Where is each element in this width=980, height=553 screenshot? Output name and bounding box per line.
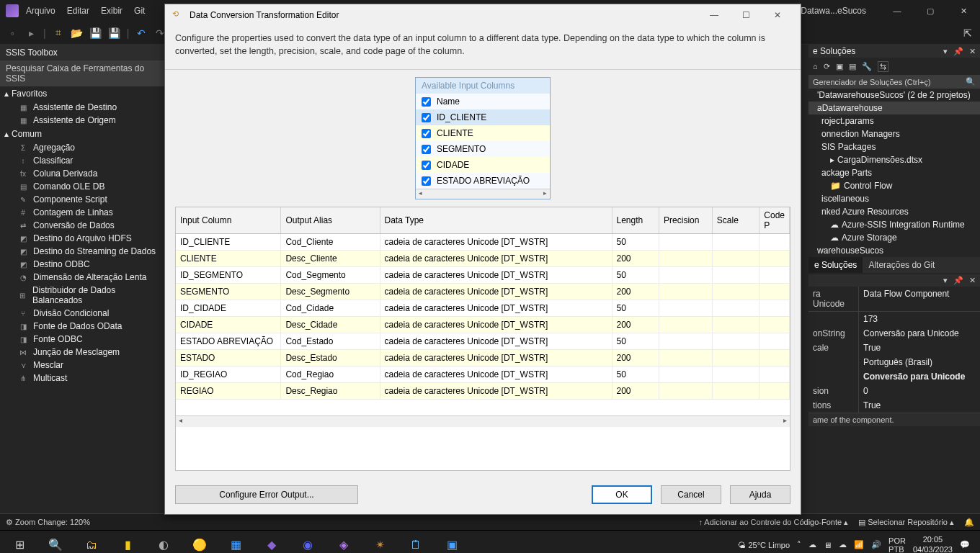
grid-cell[interactable]: cadeia de caracteres Unicode [DT_WSTR] xyxy=(380,333,612,350)
grid-cell[interactable]: 50 xyxy=(612,333,659,350)
showall-icon[interactable]: ▤ xyxy=(849,62,856,71)
grid-row[interactable]: REGIAODesc_Regiaocadeia de caracteres Un… xyxy=(176,383,790,400)
grid-cell[interactable] xyxy=(760,267,790,284)
hdr-alias[interactable]: Output Alias xyxy=(281,207,380,234)
min-icon[interactable]: ― xyxy=(881,0,914,22)
onedrive2-icon[interactable]: ☁ xyxy=(839,540,847,549)
tree-node[interactable]: ☁ Azure-SSIS Integration Runtime xyxy=(808,218,980,231)
grid-cell[interactable]: ID_SEGMENTO xyxy=(176,267,281,284)
nav-fwd-icon[interactable]: ▸ xyxy=(24,27,37,39)
grid-cell[interactable] xyxy=(712,284,759,300)
grid-cell[interactable]: ESTADO xyxy=(176,350,281,367)
app-icon[interactable]: ✴ xyxy=(363,531,396,554)
toolbox-search[interactable]: Pesquisar Caixa de Ferramentas do SSIS xyxy=(0,60,164,86)
grid-row[interactable]: ID_CLIENTECod_Clientecadeia de caractere… xyxy=(176,234,790,251)
toolbox-item[interactable]: ◩Destino ODBC xyxy=(0,258,164,271)
col-check[interactable] xyxy=(422,176,431,186)
hdr-scale[interactable]: Scale xyxy=(712,207,759,234)
tray-up-icon[interactable]: ˄ xyxy=(797,540,801,549)
grid-cell[interactable] xyxy=(712,234,759,251)
menu-view[interactable]: Exibir xyxy=(101,6,122,16)
hdr-length[interactable]: Length xyxy=(612,207,659,234)
save-all-icon[interactable]: 💾 xyxy=(108,27,121,39)
solution-search[interactable]: Gerenciador de Soluções (Ctrl+ç)🔍 xyxy=(808,75,980,89)
tab-solution[interactable]: e Soluções xyxy=(808,257,863,273)
props-icon[interactable]: 🔧 xyxy=(862,62,872,71)
lang-indicator[interactable]: PORPTB xyxy=(888,536,906,554)
grid-cell[interactable]: REGIAO xyxy=(176,383,281,400)
view-icon[interactable]: ⇆ xyxy=(878,61,888,72)
grid-cell[interactable] xyxy=(712,317,759,333)
grid-cell[interactable]: CIDADE xyxy=(176,317,281,333)
col-check[interactable] xyxy=(422,129,431,138)
grid-cell[interactable] xyxy=(659,300,713,317)
max-icon[interactable]: ▢ xyxy=(914,0,947,22)
tab-gitchanges[interactable]: Alterações do Git xyxy=(863,257,940,273)
tree-node[interactable]: roject.params xyxy=(808,114,980,127)
grid-cell[interactable]: Cod_Cliente xyxy=(281,234,380,251)
toolbox-item[interactable]: ↕Classificar xyxy=(0,154,164,167)
toolbox-item[interactable]: ⇄Conversão de Dados xyxy=(0,219,164,232)
toolbox-item[interactable]: ⋎Mesclar xyxy=(0,359,164,372)
toolbox-item[interactable]: ◨Fonte ODBC xyxy=(0,333,164,346)
grid-cell[interactable] xyxy=(760,350,790,367)
avail-scrollbar[interactable]: ◂▸ xyxy=(416,189,550,199)
checkall[interactable] xyxy=(422,97,431,107)
grid-row[interactable]: ESTADODesc_Estadocadeia de caracteres Un… xyxy=(176,350,790,367)
grid-cell[interactable]: CLIENTE xyxy=(176,251,281,267)
save-icon[interactable]: 💾 xyxy=(89,27,102,39)
grid-cell[interactable] xyxy=(712,251,759,267)
grid-cell[interactable]: cadeia de caracteres Unicode [DT_WSTR] xyxy=(380,317,612,333)
col-check[interactable] xyxy=(422,145,431,154)
grid-cell[interactable] xyxy=(659,267,713,284)
grid-row[interactable]: ESTADO ABREVIAÇÃOCod_Estadocadeia de car… xyxy=(176,333,790,350)
powerbi-icon[interactable]: ▮ xyxy=(111,531,144,554)
dialog-close-icon[interactable]: ✕ xyxy=(762,10,793,20)
toolbox-item[interactable]: ✎Componente Script xyxy=(0,193,164,206)
help-button[interactable]: Ajuda xyxy=(730,485,790,504)
grid-cell[interactable]: cadeia de caracteres Unicode [DT_WSTR] xyxy=(380,300,612,317)
grid-cell[interactable] xyxy=(712,300,759,317)
dropdown-icon[interactable]: ▾ xyxy=(943,276,948,285)
sound-icon[interactable]: 🔊 xyxy=(871,540,881,549)
repo-button[interactable]: ▤ Selecionar Repositório ▴ xyxy=(858,518,954,527)
grid-cell[interactable] xyxy=(760,367,790,383)
favorites-section[interactable]: ▴ Favoritos xyxy=(0,86,164,101)
bell-icon[interactable]: 🔔 xyxy=(964,518,974,527)
dropdown-icon[interactable]: ▾ xyxy=(943,47,948,56)
configure-error-button[interactable]: Configure Error Output... xyxy=(175,485,358,504)
menu-git[interactable]: Git xyxy=(134,6,145,16)
grid-cell[interactable] xyxy=(712,383,759,400)
toolbox-item[interactable]: ▤Comando OLE DB xyxy=(0,180,164,193)
grid-cell[interactable]: Cod_Estado xyxy=(281,333,380,350)
hdr-type[interactable]: Data Type xyxy=(380,207,612,234)
home-icon[interactable]: ⌂ xyxy=(813,62,818,71)
grid-cell[interactable]: cadeia de caracteres Unicode [DT_WSTR] xyxy=(380,234,612,251)
grid-cell[interactable]: cadeia de caracteres Unicode [DT_WSTR] xyxy=(380,251,612,267)
grid-cell[interactable]: Cod_Cidade xyxy=(281,300,380,317)
grid-cell[interactable]: cadeia de caracteres Unicode [DT_WSTR] xyxy=(380,367,612,383)
grid-row[interactable]: ID_SEGMENTOCod_Segmentocadeia de caracte… xyxy=(176,267,790,284)
grid-cell[interactable]: ESTADO ABREVIAÇÃO xyxy=(176,333,281,350)
dialog-max-icon[interactable]: ☐ xyxy=(730,10,762,20)
discord-icon[interactable]: ◉ xyxy=(291,531,324,554)
grid-cell[interactable]: 50 xyxy=(612,234,659,251)
video-icon[interactable]: ◆ xyxy=(255,531,288,554)
grid-cell[interactable] xyxy=(659,367,713,383)
grid-cell[interactable]: 200 xyxy=(612,317,659,333)
calc-icon[interactable]: ▦ xyxy=(219,531,252,554)
grid-cell[interactable] xyxy=(659,317,713,333)
chrome-icon[interactable]: 🟡 xyxy=(183,531,216,554)
grid-cell[interactable]: 50 xyxy=(612,267,659,284)
grid-cell[interactable] xyxy=(712,333,759,350)
hdr-codepage[interactable]: Code P xyxy=(760,207,790,234)
grid-cell[interactable]: Cod_Segmento xyxy=(281,267,380,284)
grid-cell[interactable]: ID_CIDADE xyxy=(176,300,281,317)
grid-cell[interactable] xyxy=(659,284,713,300)
grid-cell[interactable]: cadeia de caracteres Unicode [DT_WSTR] xyxy=(380,350,612,367)
toolbox-item[interactable]: ◨Fonte de Dados OData xyxy=(0,320,164,333)
start-icon[interactable]: ⊞ xyxy=(3,531,36,554)
grid-cell[interactable] xyxy=(760,251,790,267)
notif-icon[interactable]: 💬 xyxy=(960,540,970,549)
nav-back-icon[interactable]: ◦ xyxy=(6,27,19,39)
